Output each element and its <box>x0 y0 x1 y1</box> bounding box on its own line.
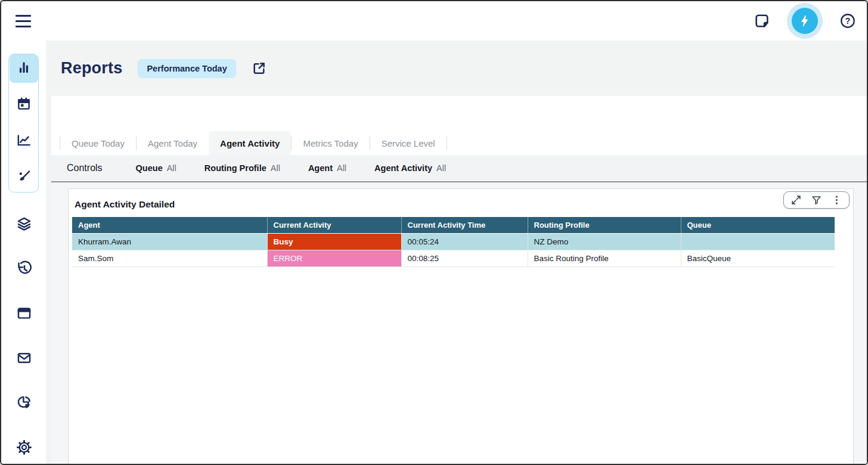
assistant-halo <box>787 3 823 39</box>
filter-queue[interactable]: Queue All <box>136 163 176 173</box>
page-header: Reports Performance Today <box>46 41 867 96</box>
cell-current-activity-time[interactable]: 00:05:24 <box>401 234 528 250</box>
sidebar <box>1 41 46 464</box>
sidebar-item-pie-reports[interactable] <box>10 389 38 418</box>
table-header-row: AgentCurrent ActivityCurrent Activity Ti… <box>72 217 835 234</box>
filter-value: All <box>337 163 346 173</box>
controls-label: Controls <box>67 163 103 173</box>
cell-queue[interactable] <box>681 234 835 250</box>
filter-name: Agent Activity <box>374 163 432 173</box>
expand-icon[interactable] <box>790 194 802 206</box>
mail-icon <box>16 350 32 368</box>
agent-activity-panel: Agent Activity Detailed AgentCurrent Act… <box>68 188 854 465</box>
bar-chart-icon <box>16 60 32 78</box>
agent-activity-table: AgentCurrent ActivityCurrent Activity Ti… <box>72 217 835 267</box>
sidebar-item-mail[interactable] <box>10 345 38 373</box>
settings-icon <box>16 439 32 458</box>
controls-bar: Controls Queue All Routing Profile All A… <box>51 155 867 182</box>
cell-current-activity-time[interactable]: 00:08:25 <box>401 250 528 267</box>
sidebar-item-settings[interactable] <box>10 434 38 463</box>
filter-value: All <box>167 163 176 173</box>
cell-routing-profile[interactable]: NZ Demo <box>528 234 681 250</box>
kebab-menu-icon[interactable] <box>831 194 842 206</box>
table-row[interactable]: Khurram.Awan Busy 00:05:24 NZ Demo <box>72 234 835 250</box>
report-canvas: Queue TodayAgent TodayAgent ActivityMetr… <box>51 96 867 464</box>
cell-routing-profile[interactable]: Basic Routing Profile <box>528 250 681 267</box>
sidebar-item-analytics[interactable] <box>10 127 38 156</box>
top-bar: ? <box>1 1 867 41</box>
column-header[interactable]: Current Activity <box>267 217 401 234</box>
sidebar-item-history[interactable] <box>10 255 38 284</box>
help-icon[interactable]: ? <box>839 13 856 29</box>
sidebar-item-reports[interactable] <box>10 54 38 83</box>
history-icon <box>16 261 32 279</box>
cell-current-activity[interactable]: Busy <box>267 234 401 250</box>
filter-agent[interactable]: Agent All <box>308 163 346 173</box>
lightning-icon[interactable] <box>792 8 818 34</box>
filter-routing-profile[interactable]: Routing Profile All <box>204 163 280 173</box>
tab-separator <box>447 136 447 150</box>
filter-value: All <box>271 163 280 173</box>
cell-current-activity[interactable]: ERROR <box>267 250 401 267</box>
table-body: Khurram.Awan Busy 00:05:24 NZ Demo Sam.S… <box>72 234 835 267</box>
tab-bar: Queue TodayAgent TodayAgent ActivityMetr… <box>51 96 867 155</box>
tab-queue-today[interactable]: Queue Today <box>60 131 136 155</box>
note-icon[interactable] <box>754 13 770 29</box>
visual-toolbar <box>783 191 850 209</box>
filter-agent-activity[interactable]: Agent Activity All <box>374 163 446 173</box>
hamburger-menu-icon[interactable] <box>16 12 33 30</box>
sidebar-secondary <box>9 210 39 463</box>
sidebar-item-design[interactable] <box>10 163 38 192</box>
sheet-area: Agent Activity Detailed AgentCurrent Act… <box>51 182 867 464</box>
sidebar-item-schedule[interactable] <box>10 91 38 119</box>
cell-queue[interactable]: BasicQueue <box>681 250 835 267</box>
column-header[interactable]: Queue <box>681 217 835 234</box>
external-link-icon[interactable] <box>252 61 266 76</box>
column-header[interactable]: Current Activity Time <box>401 217 528 234</box>
filter-name: Routing Profile <box>204 163 266 173</box>
svg-text:?: ? <box>845 16 851 26</box>
filter-name: Agent <box>308 163 333 173</box>
line-chart-icon <box>16 132 32 150</box>
pie-chart-icon <box>16 395 32 413</box>
window-icon <box>16 305 32 324</box>
filter-name: Queue <box>136 163 163 173</box>
main-content: Reports Performance Today Queue TodayAge… <box>46 41 867 464</box>
app-window: ? <box>0 0 868 465</box>
column-header[interactable]: Agent <box>72 217 267 234</box>
dashboard-name-badge: Performance Today <box>138 59 235 78</box>
layers-icon <box>16 216 32 234</box>
tab-agent-today[interactable]: Agent Today <box>137 131 209 155</box>
filter-icon[interactable] <box>811 194 822 206</box>
tab-agent-activity[interactable]: Agent Activity <box>209 131 291 155</box>
filter-value: All <box>436 163 446 173</box>
tab-metrics-today[interactable]: Metrics Today <box>292 131 369 155</box>
tab-service-level[interactable]: Service Level <box>370 131 447 155</box>
sidebar-item-layers[interactable] <box>10 210 38 239</box>
sidebar-reports-group <box>8 54 39 193</box>
cell-agent[interactable]: Sam.Som <box>72 250 267 267</box>
column-header[interactable]: Routing Profile <box>528 217 681 234</box>
visual-title: Agent Activity Detailed <box>69 189 853 217</box>
sidebar-item-window[interactable] <box>10 300 38 328</box>
cell-agent[interactable]: Khurram.Awan <box>72 234 267 250</box>
table-row[interactable]: Sam.Som ERROR 00:08:25 Basic Routing Pro… <box>72 250 835 267</box>
brush-icon <box>16 169 32 187</box>
page-title: Reports <box>61 59 122 78</box>
calendar-icon <box>16 96 32 114</box>
